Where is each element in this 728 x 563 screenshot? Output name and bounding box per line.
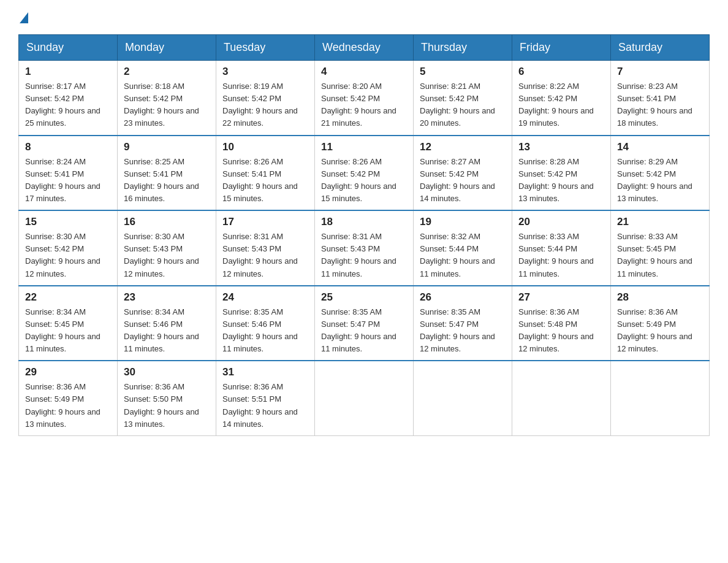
calendar-cell: 23 Sunrise: 8:34 AM Sunset: 5:46 PM Dayl…: [118, 286, 216, 361]
day-number: 23: [124, 291, 210, 304]
calendar-header-row: SundayMondayTuesdayWednesdayThursdayFrid…: [19, 35, 710, 61]
calendar-week-4: 22 Sunrise: 8:34 AM Sunset: 5:45 PM Dayl…: [19, 286, 710, 361]
day-number: 19: [420, 216, 506, 228]
day-number: 6: [518, 66, 604, 78]
day-info: Sunrise: 8:36 AM Sunset: 5:51 PM Dayligh…: [222, 381, 308, 431]
day-info: Sunrise: 8:17 AM Sunset: 5:42 PM Dayligh…: [25, 80, 111, 130]
day-info: Sunrise: 8:26 AM Sunset: 5:41 PM Dayligh…: [222, 156, 308, 205]
day-number: 16: [124, 216, 210, 228]
calendar-cell: 17 Sunrise: 8:31 AM Sunset: 5:43 PM Dayl…: [216, 210, 315, 286]
calendar-cell: 25 Sunrise: 8:35 AM Sunset: 5:47 PM Dayl…: [315, 286, 414, 361]
day-number: 1: [25, 66, 111, 78]
day-number: 29: [25, 366, 111, 378]
calendar-cell: 13 Sunrise: 8:28 AM Sunset: 5:42 PM Dayl…: [512, 136, 611, 211]
day-info: Sunrise: 8:32 AM Sunset: 5:44 PM Dayligh…: [420, 231, 506, 280]
calendar-cell: 9 Sunrise: 8:25 AM Sunset: 5:41 PM Dayli…: [118, 136, 216, 211]
weekday-header-tuesday: Tuesday: [216, 35, 315, 61]
day-number: 11: [321, 141, 407, 153]
day-info: Sunrise: 8:33 AM Sunset: 5:45 PM Dayligh…: [617, 231, 703, 280]
day-info: Sunrise: 8:36 AM Sunset: 5:50 PM Dayligh…: [124, 381, 210, 431]
calendar-cell: [414, 361, 512, 435]
day-number: 28: [617, 291, 703, 304]
day-number: 26: [420, 291, 506, 304]
day-number: 5: [420, 66, 506, 78]
calendar-cell: 26 Sunrise: 8:35 AM Sunset: 5:47 PM Dayl…: [414, 286, 512, 361]
day-info: Sunrise: 8:31 AM Sunset: 5:43 PM Dayligh…: [222, 231, 308, 280]
calendar-cell: 6 Sunrise: 8:22 AM Sunset: 5:42 PM Dayli…: [512, 61, 611, 136]
calendar-cell: [512, 361, 611, 435]
page-header: [18, 12, 710, 22]
calendar-cell: 4 Sunrise: 8:20 AM Sunset: 5:42 PM Dayli…: [315, 61, 414, 136]
weekday-header-friday: Friday: [512, 35, 611, 61]
logo: [18, 12, 28, 22]
day-info: Sunrise: 8:33 AM Sunset: 5:44 PM Dayligh…: [518, 231, 604, 280]
day-number: 8: [25, 141, 111, 153]
calendar-cell: 14 Sunrise: 8:29 AM Sunset: 5:42 PM Dayl…: [611, 136, 710, 211]
calendar-cell: 27 Sunrise: 8:36 AM Sunset: 5:48 PM Dayl…: [512, 286, 611, 361]
calendar-cell: 30 Sunrise: 8:36 AM Sunset: 5:50 PM Dayl…: [118, 361, 216, 435]
calendar-cell: 20 Sunrise: 8:33 AM Sunset: 5:44 PM Dayl…: [512, 210, 611, 286]
calendar-cell: 29 Sunrise: 8:36 AM Sunset: 5:49 PM Dayl…: [19, 361, 118, 435]
day-number: 24: [222, 291, 308, 304]
calendar-cell: 3 Sunrise: 8:19 AM Sunset: 5:42 PM Dayli…: [216, 61, 315, 136]
day-info: Sunrise: 8:35 AM Sunset: 5:47 PM Dayligh…: [420, 306, 506, 356]
calendar-cell: [315, 361, 414, 435]
day-info: Sunrise: 8:27 AM Sunset: 5:42 PM Dayligh…: [420, 156, 506, 205]
calendar-cell: 24 Sunrise: 8:35 AM Sunset: 5:46 PM Dayl…: [216, 286, 315, 361]
day-number: 12: [420, 141, 506, 153]
calendar-cell: 12 Sunrise: 8:27 AM Sunset: 5:42 PM Dayl…: [414, 136, 512, 211]
day-info: Sunrise: 8:36 AM Sunset: 5:48 PM Dayligh…: [518, 306, 604, 356]
calendar-table: SundayMondayTuesdayWednesdayThursdayFrid…: [18, 34, 710, 436]
day-number: 30: [124, 366, 210, 378]
calendar-cell: 8 Sunrise: 8:24 AM Sunset: 5:41 PM Dayli…: [19, 136, 118, 211]
day-number: 15: [25, 216, 111, 228]
calendar-cell: 28 Sunrise: 8:36 AM Sunset: 5:49 PM Dayl…: [611, 286, 710, 361]
weekday-header-sunday: Sunday: [19, 35, 118, 61]
calendar-cell: 10 Sunrise: 8:26 AM Sunset: 5:41 PM Dayl…: [216, 136, 315, 211]
day-info: Sunrise: 8:36 AM Sunset: 5:49 PM Dayligh…: [617, 306, 703, 356]
logo-triangle-icon: [20, 12, 28, 23]
day-number: 20: [518, 216, 604, 228]
calendar-cell: 21 Sunrise: 8:33 AM Sunset: 5:45 PM Dayl…: [611, 210, 710, 286]
calendar-week-2: 8 Sunrise: 8:24 AM Sunset: 5:41 PM Dayli…: [19, 136, 710, 211]
day-info: Sunrise: 8:26 AM Sunset: 5:42 PM Dayligh…: [321, 156, 407, 205]
day-number: 14: [617, 141, 703, 153]
calendar-cell: 31 Sunrise: 8:36 AM Sunset: 5:51 PM Dayl…: [216, 361, 315, 435]
calendar-cell: 15 Sunrise: 8:30 AM Sunset: 5:42 PM Dayl…: [19, 210, 118, 286]
day-info: Sunrise: 8:36 AM Sunset: 5:49 PM Dayligh…: [25, 381, 111, 431]
day-number: 7: [617, 66, 703, 78]
calendar-cell: 22 Sunrise: 8:34 AM Sunset: 5:45 PM Dayl…: [19, 286, 118, 361]
day-number: 21: [617, 216, 703, 228]
day-number: 18: [321, 216, 407, 228]
day-info: Sunrise: 8:30 AM Sunset: 5:42 PM Dayligh…: [25, 231, 111, 280]
day-number: 10: [222, 141, 308, 153]
calendar-cell: 11 Sunrise: 8:26 AM Sunset: 5:42 PM Dayl…: [315, 136, 414, 211]
day-info: Sunrise: 8:30 AM Sunset: 5:43 PM Dayligh…: [124, 231, 210, 280]
calendar-cell: 1 Sunrise: 8:17 AM Sunset: 5:42 PM Dayli…: [19, 61, 118, 136]
weekday-header-wednesday: Wednesday: [315, 35, 414, 61]
day-info: Sunrise: 8:21 AM Sunset: 5:42 PM Dayligh…: [420, 80, 506, 130]
calendar-week-5: 29 Sunrise: 8:36 AM Sunset: 5:49 PM Dayl…: [19, 361, 710, 435]
day-info: Sunrise: 8:19 AM Sunset: 5:42 PM Dayligh…: [222, 80, 308, 130]
day-number: 4: [321, 66, 407, 78]
day-number: 2: [124, 66, 210, 78]
day-number: 27: [518, 291, 604, 304]
day-number: 17: [222, 216, 308, 228]
day-number: 22: [25, 291, 111, 304]
calendar-cell: 16 Sunrise: 8:30 AM Sunset: 5:43 PM Dayl…: [118, 210, 216, 286]
calendar-cell: 18 Sunrise: 8:31 AM Sunset: 5:43 PM Dayl…: [315, 210, 414, 286]
calendar-week-3: 15 Sunrise: 8:30 AM Sunset: 5:42 PM Dayl…: [19, 210, 710, 286]
day-info: Sunrise: 8:18 AM Sunset: 5:42 PM Dayligh…: [124, 80, 210, 130]
calendar-cell: 7 Sunrise: 8:23 AM Sunset: 5:41 PM Dayli…: [611, 61, 710, 136]
weekday-header-thursday: Thursday: [414, 35, 512, 61]
day-info: Sunrise: 8:35 AM Sunset: 5:47 PM Dayligh…: [321, 306, 407, 356]
day-info: Sunrise: 8:34 AM Sunset: 5:46 PM Dayligh…: [124, 306, 210, 356]
day-info: Sunrise: 8:34 AM Sunset: 5:45 PM Dayligh…: [25, 306, 111, 356]
day-info: Sunrise: 8:22 AM Sunset: 5:42 PM Dayligh…: [518, 80, 604, 130]
day-info: Sunrise: 8:25 AM Sunset: 5:41 PM Dayligh…: [124, 156, 210, 205]
weekday-header-monday: Monday: [118, 35, 216, 61]
day-info: Sunrise: 8:35 AM Sunset: 5:46 PM Dayligh…: [222, 306, 308, 356]
day-info: Sunrise: 8:29 AM Sunset: 5:42 PM Dayligh…: [617, 156, 703, 205]
calendar-cell: 5 Sunrise: 8:21 AM Sunset: 5:42 PM Dayli…: [414, 61, 512, 136]
calendar-cell: [611, 361, 710, 435]
